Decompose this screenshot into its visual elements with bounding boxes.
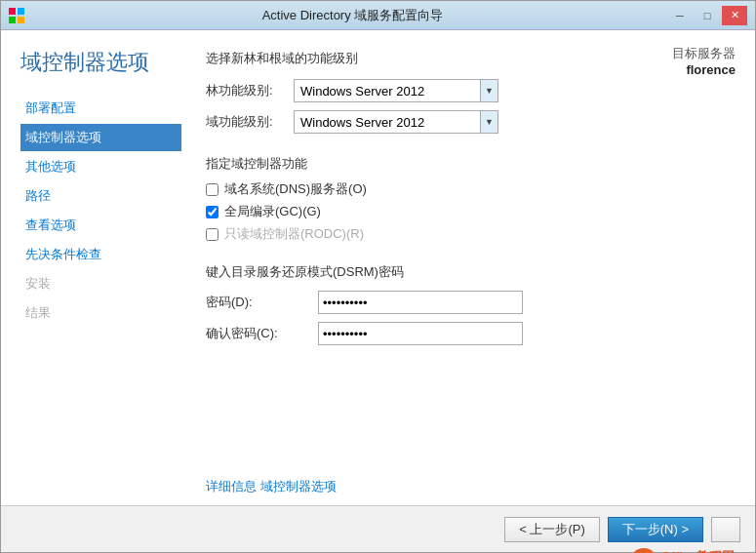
- dns-server-checkbox[interactable]: [206, 183, 219, 196]
- rodc-label[interactable]: 只读域控制器(RODC)(R): [224, 225, 364, 243]
- confirm-password-row: 确认密码(C):: [206, 322, 731, 345]
- office-logo-circle: O: [630, 548, 657, 553]
- minimize-button[interactable]: ─: [667, 6, 693, 25]
- gc-row: 全局编录(GC)(G): [206, 203, 731, 220]
- dc-capabilities-title: 指定域控制器功能: [206, 155, 731, 173]
- svg-rect-1: [18, 8, 24, 15]
- svg-rect-3: [18, 17, 24, 23]
- sidebar: 域控制器选项 部署配置 域控制器选项 其他选项 路径 查看选项 先决: [1, 30, 181, 505]
- sidebar-item-other-options[interactable]: 其他选项: [20, 153, 181, 180]
- main-panel: 目标服务器 florence 选择新林和根域的功能级别 林功能级别: Windo…: [181, 30, 755, 505]
- gc-checkbox[interactable]: [206, 206, 219, 218]
- password-row: 密码(D):: [206, 291, 731, 314]
- forest-level-label: 林功能级别:: [206, 82, 294, 99]
- next-button[interactable]: 下一步(N) >: [608, 517, 703, 542]
- title-bar: Active Directory 域服务配置向导 ─ □ ✕: [1, 1, 755, 30]
- install-button[interactable]: O Office教程网 www.office26.com: [711, 517, 740, 542]
- confirm-password-label: 确认密码(C):: [206, 325, 318, 342]
- domain-level-dropdown[interactable]: Windows Server 2012 ▼: [294, 110, 498, 134]
- forest-level-value: Windows Server 2012: [298, 84, 480, 99]
- target-server-info: 目标服务器 florence: [672, 45, 736, 77]
- svg-rect-0: [9, 8, 16, 15]
- sidebar-item-install: 安装: [20, 270, 181, 297]
- password-input[interactable]: [318, 291, 523, 314]
- forest-level-dropdown-arrow: ▼: [480, 80, 497, 101]
- sidebar-item-result: 结果: [20, 299, 181, 327]
- domain-level-label: 域功能级别:: [206, 113, 294, 131]
- target-server-value: florence: [672, 62, 736, 77]
- forest-level-row: 林功能级别: Windows Server 2012 ▼: [206, 79, 731, 102]
- prev-button[interactable]: < 上一步(P): [504, 517, 600, 542]
- gc-label[interactable]: 全局编录(GC)(G): [224, 203, 321, 220]
- password-section-title: 键入目录服务还原模式(DSRM)密码: [206, 263, 731, 281]
- window-title: Active Directory 域服务配置向导: [38, 7, 667, 24]
- rodc-row: 只读域控制器(RODC)(R): [206, 225, 731, 243]
- forest-domain-section-title: 选择新林和根域的功能级别: [206, 50, 731, 67]
- watermark-site: Office教程网: [661, 548, 739, 554]
- sidebar-item-prerequisites[interactable]: 先决条件检查: [20, 241, 181, 268]
- sidebar-item-review[interactable]: 查看选项: [20, 212, 181, 239]
- bottom-bar: < 上一步(P) 下一步(N) > O Office教程网 www.office…: [1, 505, 755, 552]
- app-icon: [9, 8, 24, 23]
- domain-level-row: 域功能级别: Windows Server 2012 ▼: [206, 110, 731, 134]
- dns-server-label[interactable]: 域名系统(DNS)服务器(O): [224, 180, 367, 198]
- close-button[interactable]: ✕: [722, 6, 747, 25]
- domain-level-dropdown-arrow: ▼: [480, 111, 497, 133]
- sidebar-item-deployment-config[interactable]: 部署配置: [20, 95, 181, 122]
- target-server-label: 目标服务器: [672, 45, 736, 62]
- maximize-button[interactable]: □: [695, 6, 720, 25]
- domain-level-value: Windows Server 2012: [298, 115, 480, 130]
- window-controls: ─ □ ✕: [667, 6, 747, 25]
- content-area: 域控制器选项 部署配置 域控制器选项 其他选项 路径 查看选项 先决: [1, 30, 755, 505]
- forest-level-dropdown[interactable]: Windows Server 2012 ▼: [294, 79, 498, 102]
- page-title: 域控制器选项: [20, 50, 181, 75]
- svg-rect-2: [9, 17, 16, 23]
- password-label: 密码(D):: [206, 294, 318, 311]
- dns-server-row: 域名系统(DNS)服务器(O): [206, 180, 731, 198]
- rodc-checkbox[interactable]: [206, 228, 219, 241]
- sidebar-item-dc-options[interactable]: 域控制器选项: [20, 124, 181, 151]
- confirm-password-input[interactable]: [318, 322, 523, 345]
- details-link[interactable]: 详细信息 域控制器选项: [206, 469, 337, 494]
- nav-list: 部署配置 域控制器选项 其他选项 路径 查看选项 先决条件检查: [20, 95, 181, 327]
- main-window: Active Directory 域服务配置向导 ─ □ ✕ 域控制器选项 部署…: [0, 0, 756, 553]
- sidebar-item-path[interactable]: 路径: [20, 182, 181, 210]
